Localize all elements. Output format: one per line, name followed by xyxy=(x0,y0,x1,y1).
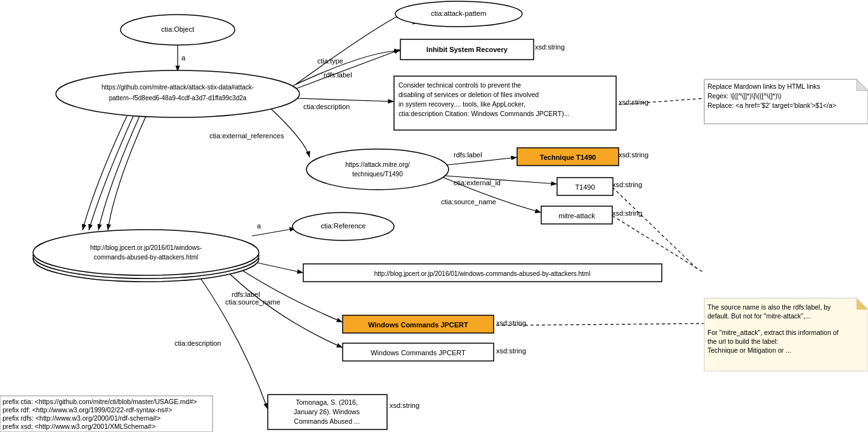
edge-label-xsd2: xsd:string xyxy=(619,98,648,106)
node-main-url-label2: pattern--f5d8eed6-48a9-4cdf-a3d7-d1ffa99… xyxy=(109,95,247,101)
node-desc-line1: Consider technical controls to prevent t… xyxy=(398,81,521,89)
note-mid-line4: the url to build the label: xyxy=(707,337,779,345)
node-main-url-label: https://github.com/mitre-attack/attack-s… xyxy=(102,84,254,91)
node-attack-pattern-label: ctia:attack-pattern xyxy=(431,10,486,17)
edge-label-rdfs-label3: rdfs:label xyxy=(232,291,260,298)
note-mid-line3: For "mitre_attack", extract this informa… xyxy=(707,329,839,336)
prefix-line1: prefix ctia: <https://github.com/mitre/c… xyxy=(3,398,197,405)
edge-description xyxy=(296,98,394,101)
note-mid-line1: The source name is also the rdfs:label, … xyxy=(707,303,831,311)
prefix-line4: prefix xsd: <http://www.w3.org/2001/XMLS… xyxy=(3,422,155,430)
edge-main-to-blog4 xyxy=(108,116,146,230)
edge-label-xsd8: xsd:string xyxy=(390,402,419,409)
node-tomonaga-line2: January 26). Windows xyxy=(294,408,360,416)
node-blog-ellipse1 xyxy=(33,230,259,275)
prefix-line2: prefix rdf: <http://www.w3.org/1999/02/2… xyxy=(3,406,172,414)
node-t1490-label: T1490 xyxy=(575,183,595,191)
edge-label-a2: a xyxy=(257,222,261,230)
node-blog-label2: commands-abused-by-attackers.html xyxy=(94,254,199,261)
edge-label-xsd5: xsd:string xyxy=(612,209,642,217)
edge-label-source-name1: ctia:source_name xyxy=(441,198,496,206)
node-desc-line3: in system recovery.... tools, like AppLo… xyxy=(398,100,525,108)
node-tomonaga-line3: Commands Abused ... xyxy=(294,417,359,425)
dashed-4 xyxy=(612,187,698,270)
edge-inhibit xyxy=(296,49,400,89)
prefix-line3: prefix rdfs: <http://www.w3.org/2000/01/… xyxy=(3,414,161,422)
node-blog-url-label: http://blog.jpcert.or.jp/2016/01/windows… xyxy=(374,270,591,277)
edge-label-ext-refs: ctia:external_references xyxy=(209,132,284,140)
node-ctia-object-label: ctia:Object xyxy=(161,25,194,33)
edge-label-ext-id: ctia:external_id xyxy=(454,179,501,187)
node-tomonaga-line1: Tomonaga, S. (2016, xyxy=(296,398,357,406)
node-inhibit-label: Inhibit System Recovery xyxy=(426,46,508,53)
edge-label-rdfs-label1: rdfs:label xyxy=(324,71,352,79)
edge-ctia-url xyxy=(254,262,303,273)
node-desc-line4: ctia:description Citation: Windows Comma… xyxy=(398,110,569,117)
edge-label-a1: a xyxy=(181,54,186,62)
node-ctia-reference-label: ctia:Reference xyxy=(321,222,366,230)
edge-ctia-type xyxy=(293,51,400,86)
edge-label-ctia-desc: ctia:description xyxy=(303,103,350,110)
note-corner2 xyxy=(857,298,868,310)
edge-label-source-name2: ctia:source_name xyxy=(225,298,280,306)
edge-label-xsd7: xsd:string xyxy=(496,347,526,355)
edge-label-rdfs-label2: rdfs:label xyxy=(454,151,482,159)
note-mid-line5: Technique or Mitigation or ... xyxy=(707,346,791,354)
note-top-line1: Replace Mardown links by HTML links xyxy=(707,82,820,90)
node-win-cmd-orange-label: Windows Commands JPCERT xyxy=(368,321,468,329)
note-mid-line2: default. But not for "mitre-attack",... xyxy=(707,312,811,320)
edge-label-xsd1: xsd:string xyxy=(535,43,565,51)
node-win-cmd-label: Windows Commands JPCERT xyxy=(371,349,466,357)
node-blog-label1: http://blog.jpcert.or.jp/2016/01/windows… xyxy=(90,244,202,251)
note-corner xyxy=(857,79,868,91)
node-mitre-url xyxy=(306,149,449,190)
edge-ext-refs xyxy=(266,105,310,157)
edge-label-ctia-desc2: ctia:description xyxy=(174,339,221,347)
dashed-3 xyxy=(496,324,704,325)
note-top-line2: Regex: \[([^\]]*)\]\(([^\(]*)\) xyxy=(707,92,782,100)
node-desc-line2: disabling of services or deletion of fil… xyxy=(398,91,539,98)
node-mitre-url-label1: https://attack.mitre.org/ xyxy=(345,161,410,168)
edge-label-xsd3: xsd:string xyxy=(619,151,648,159)
diagram-svg: a ctia:type rdfs:label ctia:description … xyxy=(0,0,868,432)
edge-label-ctia-type: ctia:type xyxy=(317,57,343,65)
node-technique-label: Technique T1490 xyxy=(540,154,596,161)
node-mitre-attack-label: mitre-attack xyxy=(558,212,595,219)
note-top-line3: Replace: <a href='$2' target='blank'>$1<… xyxy=(707,101,836,109)
edge-main-to-blog1 xyxy=(82,116,127,230)
node-mitre-url-label2: techniques/T1490 xyxy=(352,171,403,178)
edge-label-xsd4: xsd:string xyxy=(612,181,642,188)
